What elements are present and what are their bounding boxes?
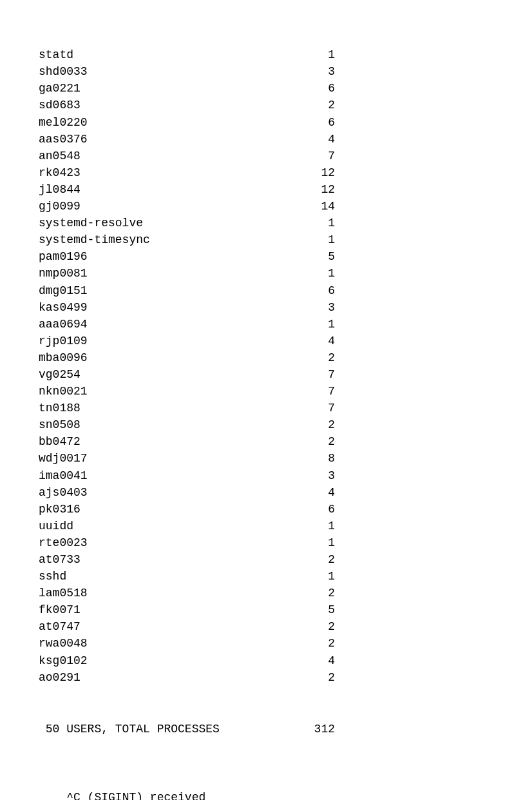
- summary-line: 50 USERS, TOTAL PROCESSES 312: [39, 721, 335, 737]
- process-count: 2: [309, 618, 335, 635]
- process-count: 7: [309, 400, 335, 416]
- process-row: mel02206: [39, 114, 335, 131]
- process-count: 14: [309, 198, 335, 215]
- process-row: an05487: [39, 148, 335, 164]
- process-list: statd1shd00333ga02216sd06832mel02206aas0…: [39, 46, 493, 686]
- process-count: 2: [309, 349, 335, 366]
- process-count: 3: [309, 63, 335, 80]
- process-count: 3: [309, 299, 335, 316]
- process-count: 1: [309, 534, 335, 551]
- process-count: 6: [309, 282, 335, 299]
- process-row: bb04722: [39, 433, 335, 450]
- process-name: at0733: [39, 551, 81, 568]
- process-count: 4: [309, 131, 335, 148]
- process-name: gj0099: [39, 198, 81, 215]
- process-row: at07472: [39, 618, 335, 635]
- process-count: 6: [309, 114, 335, 131]
- process-name: at0747: [39, 618, 81, 635]
- process-count: 4: [309, 652, 335, 669]
- process-row: ajs04034: [39, 484, 335, 501]
- summary-users-count: 50 USERS, TOTAL PROCESSES: [39, 721, 220, 737]
- process-row: sd06832: [39, 97, 335, 113]
- terminal-output: statd1shd00333ga02216sd06832mel02206aas0…: [39, 13, 493, 800]
- process-count: 6: [309, 501, 335, 518]
- process-row: uuidd1: [39, 518, 335, 534]
- process-row: ao02912: [39, 669, 335, 686]
- process-row: ksg01024: [39, 652, 335, 669]
- process-count: 8: [309, 450, 335, 467]
- process-row: sn05082: [39, 416, 335, 433]
- process-count: 2: [309, 635, 335, 652]
- process-count: 5: [309, 601, 335, 618]
- process-row: ima00413: [39, 467, 335, 484]
- process-count: 1: [309, 568, 335, 585]
- process-name: sshd: [39, 568, 66, 585]
- process-count: 3: [309, 467, 335, 484]
- process-row: systemd-timesync1: [39, 231, 335, 248]
- process-row: shd00333: [39, 63, 335, 80]
- process-name: nmp0081: [39, 265, 88, 282]
- process-row: sshd1: [39, 568, 335, 585]
- process-name: ao0291: [39, 669, 81, 686]
- process-name: ajs0403: [39, 484, 88, 501]
- process-row: nkn00217: [39, 383, 335, 400]
- process-row: systemd-resolve1: [39, 215, 335, 231]
- process-count: 1: [309, 265, 335, 282]
- process-count: 2: [309, 551, 335, 568]
- process-row: vg02547: [39, 366, 335, 383]
- signal-line: ^C (SIGINT) received: [39, 772, 493, 800]
- process-count: 12: [309, 181, 335, 198]
- process-row: nmp00811: [39, 265, 335, 282]
- process-name: fk0071: [39, 601, 81, 618]
- process-count: 1: [309, 316, 335, 333]
- process-row: at07332: [39, 551, 335, 568]
- process-count: 1: [309, 215, 335, 231]
- process-row: rwa00482: [39, 635, 335, 652]
- process-name: an0548: [39, 148, 81, 164]
- process-name: mba0096: [39, 349, 88, 366]
- process-name: rk0423: [39, 164, 81, 181]
- process-row: statd1: [39, 46, 335, 63]
- process-name: sd0683: [39, 97, 81, 113]
- process-name: pam0196: [39, 248, 88, 265]
- process-name: rwa0048: [39, 635, 88, 652]
- process-count: 1: [309, 46, 335, 63]
- process-name: mel0220: [39, 114, 88, 131]
- process-row: jl084412: [39, 181, 335, 198]
- process-count: 4: [309, 484, 335, 501]
- summary-total: 312: [314, 721, 335, 737]
- process-name: dmg0151: [39, 282, 88, 299]
- process-count: 12: [309, 164, 335, 181]
- process-count: 7: [309, 366, 335, 383]
- process-name: ksg0102: [39, 652, 88, 669]
- process-name: tn0188: [39, 400, 81, 416]
- process-row: rjp01094: [39, 333, 335, 349]
- process-row: rk042312: [39, 164, 335, 181]
- process-name: kas0499: [39, 299, 88, 316]
- process-row: wdj00178: [39, 450, 335, 467]
- process-count: 2: [309, 585, 335, 601]
- process-name: wdj0017: [39, 450, 88, 467]
- process-name: vg0254: [39, 366, 81, 383]
- process-name: statd: [39, 46, 73, 63]
- process-name: ima0041: [39, 467, 88, 484]
- process-name: ga0221: [39, 80, 81, 97]
- process-count: 6: [309, 80, 335, 97]
- process-row: rte00231: [39, 534, 335, 551]
- process-name: shd0033: [39, 63, 88, 80]
- process-name: bb0472: [39, 433, 81, 450]
- process-row: pam01965: [39, 248, 335, 265]
- process-count: 2: [309, 433, 335, 450]
- signal-text: ^C (SIGINT) received: [66, 791, 205, 800]
- process-row: dmg01516: [39, 282, 335, 299]
- process-name: jl0844: [39, 181, 81, 198]
- process-name: aas0376: [39, 131, 88, 148]
- process-count: 7: [309, 148, 335, 164]
- process-name: aaa0694: [39, 316, 88, 333]
- process-count: 5: [309, 248, 335, 265]
- process-row: gj009914: [39, 198, 335, 215]
- process-row: aaa06941: [39, 316, 335, 333]
- process-name: pk0316: [39, 501, 81, 518]
- process-count: 2: [309, 416, 335, 433]
- process-row: mba00962: [39, 349, 335, 366]
